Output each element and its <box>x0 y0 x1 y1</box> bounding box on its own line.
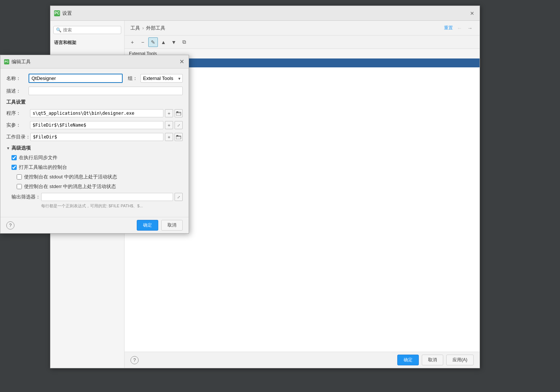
stderr-label: 使控制台在 stderr 中的消息上处于活动状态 <box>24 183 116 190</box>
program-input[interactable] <box>30 109 163 117</box>
workdir-input[interactable] <box>30 133 163 141</box>
tool-settings-title: 工具设置 <box>6 99 183 105</box>
args-expand-button[interactable]: ⤢ <box>175 121 183 129</box>
edit-tool-dialog: PC 编辑工具 ✕ 名称： 组： External Tools ▼ <box>0 55 189 234</box>
program-row: 程序： + <box>6 109 183 117</box>
workdir-row: 工作目录： + <box>6 133 183 141</box>
open-console-checkbox[interactable] <box>11 165 17 170</box>
svg-rect-1 <box>176 111 178 113</box>
stdout-checkbox[interactable] <box>17 174 22 180</box>
settings-close-button[interactable]: ✕ <box>468 10 476 17</box>
nav-forward-button[interactable]: → <box>466 24 474 32</box>
output-filter-expand-button[interactable]: ⤢ <box>175 193 183 201</box>
dialog-help-button[interactable]: ? <box>6 221 14 229</box>
dialog-close-button[interactable]: ✕ <box>178 58 185 65</box>
args-plus-button[interactable]: + <box>165 121 173 129</box>
program-browse-button[interactable] <box>175 109 183 117</box>
stdout-label: 使控制台在 stdout 中的消息上处于活动状态 <box>24 174 117 180</box>
search-icon: 🔍 <box>56 27 62 33</box>
args-row: 实参： + ⤢ <box>6 121 183 129</box>
desc-input[interactable] <box>29 87 183 95</box>
dialog-footer: ? 确定 取消 <box>0 217 189 233</box>
workdir-browse-button[interactable] <box>175 133 183 141</box>
args-label: 实参： <box>6 122 30 128</box>
advanced-header[interactable]: ▼ 高级选项 <box>6 145 183 151</box>
advanced-title: 高级选项 <box>11 145 31 151</box>
dialog-app-icon: PC <box>4 59 9 64</box>
output-filter-input[interactable] <box>41 193 173 201</box>
search-input[interactable] <box>63 27 119 33</box>
reset-link[interactable]: 重置 <box>444 25 453 31</box>
edit-tool-button[interactable]: ✎ <box>148 37 158 47</box>
dialog-title: 编辑工具 <box>11 58 31 65</box>
settings-title: 设置 <box>62 10 72 17</box>
args-input-wrap: + ⤢ <box>30 121 183 129</box>
sidebar-section-header: 语言和框架 <box>50 38 124 48</box>
tools-toolbar: + − ✎ ▲ ▼ ⧉ <box>125 36 480 49</box>
group-label: 组： <box>128 75 137 82</box>
add-tool-button[interactable]: + <box>127 37 137 47</box>
dialog-body: 名称： 组： External Tools ▼ 描述： 工具设置 程序： <box>0 68 189 217</box>
workdir-label: 工作目录： <box>6 134 30 140</box>
settings-footer: ? 确定 取消 应用(A) <box>125 352 480 368</box>
breadcrumb-separator: › <box>142 26 144 31</box>
stderr-row: 使控制台在 stderr 中的消息上处于活动状态 <box>17 183 183 190</box>
move-up-button[interactable]: ▲ <box>159 37 168 47</box>
nav-back-button[interactable]: ← <box>456 24 463 32</box>
desc-row: 描述： <box>6 87 183 95</box>
breadcrumb-part2: 外部工具 <box>146 25 165 31</box>
advanced-section: ▼ 高级选项 在执行后同步文件 打开工具输出的控制台 使控制台在 stdout … <box>6 145 183 209</box>
open-console-label: 打开工具输出的控制台 <box>19 164 67 171</box>
hint-text: 每行都是一个正则表达式，可用的宏: $FILE PATH$、$... <box>41 203 183 209</box>
breadcrumb: 工具 › 外部工具 <box>130 25 165 31</box>
output-filter-row: 输出筛选器： ⤢ <box>6 193 183 201</box>
settings-header: 工具 › 外部工具 重置 ← → <box>125 21 480 36</box>
program-plus-button[interactable]: + <box>165 109 173 117</box>
cancel-button[interactable]: 取消 <box>422 355 443 365</box>
workdir-input-wrap: + <box>30 133 183 141</box>
workdir-plus-button[interactable]: + <box>165 133 173 141</box>
dialog-cancel-button[interactable]: 取消 <box>161 220 183 231</box>
stdout-row: 使控制台在 stdout 中的消息上处于活动状态 <box>17 174 183 180</box>
copy-tool-button[interactable]: ⧉ <box>179 37 189 47</box>
output-filter-label: 输出筛选器： <box>11 194 41 200</box>
dialog-titlebar: PC 编辑工具 ✕ <box>0 55 189 68</box>
svg-rect-3 <box>176 135 178 136</box>
help-button[interactable]: ? <box>130 356 139 364</box>
name-label: 名称： <box>6 75 26 82</box>
program-label: 程序： <box>6 110 30 117</box>
output-filter-input-wrap: ⤢ <box>41 193 183 201</box>
advanced-collapse-icon: ▼ <box>6 146 10 150</box>
header-right: 重置 ← → <box>444 24 474 32</box>
program-input-wrap: + <box>30 109 183 117</box>
group-select-wrap: External Tools ▼ <box>140 74 183 83</box>
args-input[interactable] <box>30 121 163 129</box>
app-icon: PC <box>54 10 60 16</box>
dialog-ok-button[interactable]: 确定 <box>137 220 158 231</box>
stderr-checkbox[interactable] <box>17 184 22 189</box>
sidebar-section: 语言和框架 <box>50 36 124 57</box>
open-console-row: 打开工具输出的控制台 <box>11 164 183 171</box>
search-bar[interactable]: 🔍 <box>53 26 121 34</box>
remove-tool-button[interactable]: − <box>138 37 148 47</box>
breadcrumb-part1: 工具 <box>130 25 140 31</box>
ok-button[interactable]: 确定 <box>397 355 419 365</box>
name-group-row: 名称： 组： External Tools ▼ <box>6 74 183 83</box>
apply-button[interactable]: 应用(A) <box>446 355 474 365</box>
sync-files-label: 在执行后同步文件 <box>19 154 57 161</box>
dialog-titlebar-left: PC 编辑工具 <box>4 58 31 65</box>
titlebar-left: PC 设置 <box>54 10 72 17</box>
sync-files-checkbox[interactable] <box>11 155 17 160</box>
sidebar-item-bottom-1[interactable] <box>50 48 124 51</box>
group-select[interactable]: External Tools <box>140 74 183 83</box>
sync-files-row: 在执行后同步文件 <box>11 154 183 161</box>
settings-titlebar: PC 设置 ✕ <box>50 6 480 21</box>
name-input[interactable] <box>29 74 123 83</box>
move-down-button[interactable]: ▼ <box>169 37 179 47</box>
desc-label: 描述： <box>6 88 26 94</box>
